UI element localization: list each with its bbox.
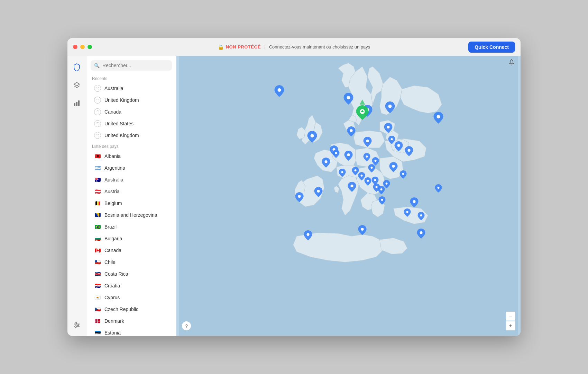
country-name: Cyprus [104, 295, 120, 300]
country-flag: 🇦🇹 [94, 188, 101, 195]
svg-point-37 [361, 228, 364, 231]
svg-rect-0 [74, 103, 75, 106]
country-flag: 🇦🇺 [94, 176, 101, 183]
svg-point-44 [380, 188, 383, 190]
recent-item[interactable]: Australia [89, 82, 174, 94]
recent-item[interactable]: United Kingdom [89, 94, 174, 106]
title-center: 🔒 NON PROTÉGÉ | Connectez-vous maintenan… [218, 44, 370, 50]
notification-bell-icon[interactable] [508, 59, 515, 68]
svg-point-39 [438, 187, 440, 189]
country-item[interactable]: 🇨🇾 Cyprus [89, 292, 174, 303]
country-flag: 🇪🇪 [94, 329, 101, 336]
title-separator: | [264, 44, 265, 50]
country-item[interactable]: 🇨🇦 Canada [89, 244, 174, 256]
svg-point-32 [374, 179, 376, 181]
country-flag: 🇭🇷 [94, 282, 101, 289]
svg-point-43 [376, 186, 378, 188]
country-list-label: Liste des pays [86, 141, 176, 150]
quick-connect-button[interactable]: Quick Connect [468, 42, 515, 53]
country-item[interactable]: 🇧🇪 Belgium [89, 197, 174, 209]
svg-point-36 [437, 115, 440, 118]
svg-point-13 [388, 105, 392, 108]
country-item[interactable]: 🇨🇿 Czech Republic [89, 303, 174, 315]
map-help-button[interactable]: ? [182, 321, 191, 330]
recent-item[interactable]: United Kingdom [89, 130, 174, 141]
country-flag: 🇨🇦 [94, 247, 101, 254]
settings-sliders-icon[interactable] [71, 319, 82, 330]
recent-icon [94, 108, 101, 115]
svg-point-20 [397, 144, 400, 147]
map-controls: − + [506, 312, 515, 330]
recent-country-name: United Kingdom [104, 133, 139, 138]
recent-icon [94, 97, 101, 104]
recent-country-name: United Kingdom [104, 97, 139, 103]
country-item[interactable]: 🇪🇪 Estonia [89, 327, 174, 336]
svg-point-24 [366, 155, 368, 158]
country-item[interactable]: 🇦🇹 Austria [89, 186, 174, 197]
svg-point-49 [420, 231, 423, 234]
country-name: Chile [104, 259, 116, 265]
country-item[interactable]: 🇨🇱 Chile [89, 256, 174, 268]
close-button[interactable] [73, 45, 77, 49]
country-name: Croatia [104, 283, 120, 288]
svg-point-47 [406, 211, 408, 213]
country-item[interactable]: 🇭🇷 Croatia [89, 280, 174, 292]
country-name: Bosnia and Herzegovina [104, 212, 157, 218]
country-item[interactable]: 🇦🇺 Australia [89, 174, 174, 186]
svg-point-16 [311, 134, 314, 137]
recent-icon [94, 85, 101, 92]
country-item[interactable]: 🇦🇱 Albania [89, 150, 174, 162]
maximize-button[interactable] [88, 45, 92, 49]
svg-point-18 [347, 153, 350, 156]
lock-icon: 🔒 [218, 44, 224, 50]
country-name: Canada [104, 248, 121, 253]
status-label: NON PROTÉGÉ [226, 44, 261, 50]
svg-point-4 [75, 322, 77, 324]
country-flag: 🇧🇬 [94, 235, 101, 242]
country-item[interactable]: 🇧🇦 Bosnia and Herzegovina [89, 209, 174, 221]
svg-point-19 [366, 140, 369, 142]
help-label: ? [185, 323, 187, 329]
status-badge: 🔒 NON PROTÉGÉ [218, 44, 261, 50]
map-area: ? − + [176, 56, 521, 336]
svg-point-14 [387, 126, 390, 128]
country-flag: 🇨🇱 [94, 259, 101, 266]
recent-icon [94, 120, 101, 127]
zoom-in-button[interactable]: + [506, 321, 515, 330]
svg-point-40 [317, 190, 320, 193]
svg-point-29 [402, 173, 404, 175]
svg-point-15 [350, 129, 353, 132]
svg-rect-1 [76, 102, 77, 106]
country-item[interactable]: 🇨🇷 Costa Rica [89, 268, 174, 280]
recent-country-name: United States [104, 121, 134, 126]
recent-item[interactable]: Canada [89, 106, 174, 118]
stats-icon[interactable] [71, 98, 82, 109]
svg-point-8 [75, 326, 77, 328]
svg-point-23 [355, 169, 357, 171]
svg-rect-2 [78, 100, 80, 106]
svg-point-48 [307, 233, 310, 236]
recent-item[interactable]: United States [89, 118, 174, 130]
country-item[interactable]: 🇧🇬 Bulgaria [89, 233, 174, 244]
search-input[interactable] [102, 63, 168, 68]
search-bar: 🔍 [86, 56, 176, 73]
svg-point-31 [361, 175, 363, 177]
zoom-out-button[interactable]: − [506, 312, 515, 321]
country-item[interactable]: 🇩🇰 Denmark [89, 315, 174, 327]
sidebar-icons [67, 56, 86, 336]
svg-point-22 [341, 171, 343, 173]
layers-icon[interactable] [71, 80, 82, 91]
title-bar: 🔒 NON PROTÉGÉ | Connectez-vous maintenan… [67, 38, 521, 56]
recent-icon [94, 132, 101, 139]
svg-point-46 [335, 152, 337, 154]
recent-country-name: Australia [104, 86, 123, 91]
country-name: Czech Republic [104, 306, 138, 312]
svg-point-45 [391, 138, 393, 140]
svg-point-30 [351, 185, 353, 187]
country-item[interactable]: 🇦🇷 Argentina [89, 162, 174, 174]
svg-point-27 [392, 165, 395, 168]
minimize-button[interactable] [80, 45, 85, 49]
country-item[interactable]: 🇧🇷 Brazil [89, 221, 174, 233]
shield-icon[interactable] [71, 62, 82, 73]
search-icon: 🔍 [94, 63, 100, 68]
